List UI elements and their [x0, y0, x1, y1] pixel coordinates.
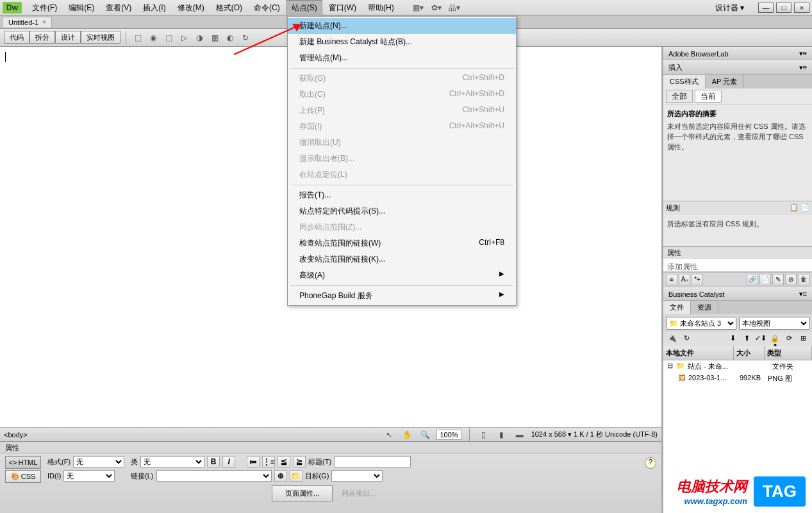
view-button[interactable]: 代码: [4, 31, 29, 44]
page-properties-button[interactable]: 页面属性...: [272, 485, 333, 501]
close-tab-icon[interactable]: ×: [42, 19, 46, 26]
format-select[interactable]: 无: [73, 456, 124, 467]
italic-button[interactable]: I: [222, 456, 235, 467]
css-new-icon[interactable]: 📄: [759, 274, 771, 285]
connect-icon[interactable]: 🔌: [666, 333, 679, 345]
tool-icon[interactable]: ▷: [178, 31, 190, 44]
document-tab[interactable]: Untitled-1 ×: [3, 17, 52, 28]
rule-icon[interactable]: 📋 📄: [790, 203, 809, 213]
ol-button[interactable]: ⋮≡: [262, 456, 275, 467]
menu-插入[interactable]: 插入(I): [138, 0, 170, 16]
menu-item[interactable]: 新建站点(N)...: [288, 18, 516, 34]
expand-icon[interactable]: ⊞: [797, 333, 809, 345]
id-select[interactable]: 无: [63, 470, 115, 482]
menu-item[interactable]: 高级(A)▶: [288, 267, 516, 283]
ap-elements-tab[interactable]: AP 元素: [706, 75, 745, 88]
menu-命令[interactable]: 命令(C): [249, 0, 285, 16]
bc-panel-header[interactable]: Business Catalyst▾≡: [663, 287, 812, 301]
menu-修改[interactable]: 修改(M): [172, 0, 210, 16]
tag-path[interactable]: <body>: [4, 431, 383, 439]
bold-button[interactable]: B: [207, 456, 220, 467]
menu-item[interactable]: 管理站点(M)...: [288, 50, 516, 66]
browserlab-panel-header[interactable]: Adobe BrowserLab▾≡: [663, 47, 812, 60]
all-button[interactable]: 全部: [666, 90, 693, 103]
file-row[interactable]: 🖼 2023-03-1... 992KB PNG 图: [663, 373, 812, 385]
view-button[interactable]: 拆分: [29, 31, 55, 44]
minimize-button[interactable]: —: [758, 3, 774, 13]
tool-icon[interactable]: ◑: [193, 31, 206, 44]
menu-item[interactable]: PhoneGap Build 服务▶: [288, 288, 516, 304]
zoom-select[interactable]: 100%: [436, 430, 461, 440]
css-icon[interactable]: ≡: [666, 274, 677, 285]
refresh-icon[interactable]: ↻: [680, 333, 693, 345]
refresh-icon[interactable]: ↻: [239, 31, 252, 44]
file-row[interactable]: ⊟ 📁 站点 - 未命... 文件夹: [663, 360, 812, 373]
css-delete-icon[interactable]: 🗑: [798, 274, 809, 285]
css-mode-button[interactable]: 🎨 CSS: [5, 470, 41, 483]
folder-icon[interactable]: 📁: [290, 470, 302, 482]
class-select[interactable]: 无: [140, 456, 204, 467]
outdent-button[interactable]: ≦: [278, 456, 290, 467]
insert-panel-header[interactable]: 插入▾≡: [663, 60, 812, 75]
current-button[interactable]: 当前: [695, 90, 722, 103]
add-attribute[interactable]: 添加属性: [666, 261, 699, 273]
tool-icon[interactable]: ⬚: [131, 31, 144, 44]
css-styles-tab[interactable]: CSS样式: [663, 75, 706, 88]
view-button[interactable]: 实时视图: [81, 31, 120, 44]
menu-item[interactable]: 站点特定的代码提示(S)...: [288, 203, 516, 219]
view-button[interactable]: 设计: [55, 31, 81, 44]
view-mode-select[interactable]: 本地视图: [739, 317, 809, 330]
workspace-icon[interactable]: 品▾: [448, 1, 461, 14]
tree-collapse-icon[interactable]: ⊟: [666, 362, 674, 371]
menu-item[interactable]: 报告(T)...: [288, 187, 516, 203]
css-icon[interactable]: *+: [692, 274, 703, 285]
menu-item[interactable]: 改变站点范围的链接(K)...: [288, 251, 516, 267]
css-icon[interactable]: Aᵤ: [679, 274, 690, 285]
tablet-icon[interactable]: ▯: [477, 428, 490, 441]
list-button[interactable]: ≔: [247, 456, 260, 467]
checkout-icon[interactable]: ✓⬇: [754, 333, 767, 345]
settings-icon[interactable]: ✿▾: [430, 1, 443, 14]
designer-label[interactable]: 设计器 ▾: [710, 1, 749, 15]
phone-icon[interactable]: ▮: [495, 428, 508, 441]
tool-icon[interactable]: ▦: [208, 31, 221, 44]
menu-item[interactable]: 新建 Business Catalyst 站点(B)...: [288, 34, 516, 50]
tool-icon[interactable]: ◐: [224, 31, 236, 44]
help-icon[interactable]: ?: [645, 457, 656, 469]
menu-item[interactable]: 检查站点范围的链接(W)Ctrl+F8: [288, 235, 516, 251]
css-link-icon[interactable]: 🔗: [747, 274, 758, 285]
menu-帮助[interactable]: 帮助(H): [363, 0, 399, 16]
col-local-files[interactable]: 本地文件: [663, 346, 734, 360]
html-mode-button[interactable]: <> HTML: [5, 456, 41, 469]
hand-icon[interactable]: ✋: [401, 428, 413, 441]
title-input[interactable]: [334, 456, 411, 467]
zoom-icon[interactable]: 🔍: [418, 428, 431, 441]
files-tab[interactable]: 文件: [663, 301, 691, 314]
get-icon[interactable]: ⬇: [726, 333, 739, 345]
indent-button[interactable]: ≧: [293, 456, 306, 467]
tool-icon[interactable]: ◉: [147, 31, 160, 44]
link-select[interactable]: [156, 470, 272, 482]
menu-文件[interactable]: 文件(F): [27, 0, 62, 16]
css-disable-icon[interactable]: ⊘: [785, 274, 797, 285]
close-button[interactable]: ×: [794, 3, 809, 13]
target-select[interactable]: [331, 470, 383, 482]
pointer-icon[interactable]: ↖: [383, 428, 395, 441]
tool-icon[interactable]: ⬚: [162, 31, 175, 44]
desktop-icon[interactable]: ▬: [513, 428, 526, 441]
menu-格式[interactable]: 格式(O): [211, 0, 247, 16]
menu-站点[interactable]: 站点(S): [286, 0, 322, 16]
menu-查看[interactable]: 查看(V): [101, 0, 137, 16]
link-pick-icon[interactable]: ⊕: [274, 470, 287, 482]
sync-icon[interactable]: ⟳: [783, 333, 795, 345]
col-size[interactable]: 大小: [734, 346, 765, 360]
col-type[interactable]: 类型: [765, 346, 812, 360]
checkin-icon[interactable]: 🔒⬆: [768, 333, 781, 345]
menu-编辑[interactable]: 编辑(E): [63, 0, 99, 16]
put-icon[interactable]: ⬆: [740, 333, 753, 345]
layout-icon[interactable]: ▦▾: [412, 1, 425, 14]
css-edit-icon[interactable]: ✎: [772, 274, 784, 285]
maximize-button[interactable]: □: [776, 3, 791, 13]
site-select[interactable]: 📁 未命名站点 3: [666, 317, 736, 330]
assets-tab[interactable]: 资源: [691, 301, 718, 314]
